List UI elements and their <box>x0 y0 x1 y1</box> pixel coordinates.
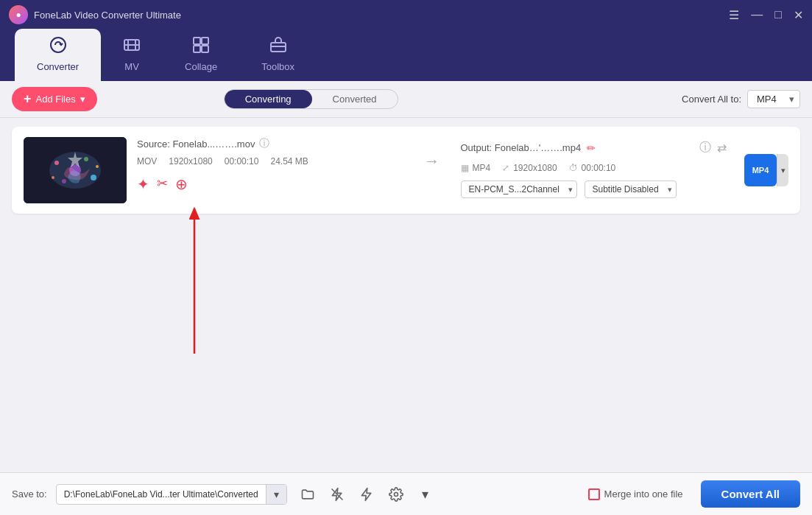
save-to-label: Save to: <box>12 488 47 500</box>
resolution-icon: ⤢ <box>502 163 509 173</box>
file-info-left: Source: Fonelab...…….mov ⓘ MOV 1920x1080… <box>137 137 403 193</box>
tab-converting[interactable]: Converting <box>225 90 312 108</box>
toolbox-icon <box>269 36 287 58</box>
svg-point-18 <box>96 165 99 168</box>
collage-icon <box>192 36 210 58</box>
arrow-right-icon: → <box>424 152 440 171</box>
svg-point-0 <box>51 38 66 52</box>
output-resolution-item: ⤢ 1920x1080 <box>502 163 557 173</box>
edit-output-icon[interactable]: ✏ <box>587 142 596 154</box>
save-path-dropdown[interactable]: ▾ <box>266 485 286 504</box>
tab-mv[interactable]: MV <box>101 29 163 81</box>
output-settings-icon[interactable]: ⇄ <box>717 141 727 155</box>
mv-icon <box>123 36 141 58</box>
svg-rect-7 <box>194 46 200 52</box>
source-info-icon[interactable]: ⓘ <box>259 137 269 150</box>
output-codec: MP4 <box>473 163 491 173</box>
minimize-button[interactable]: — <box>751 8 763 22</box>
effects-icon[interactable]: ✦ <box>137 175 149 193</box>
svg-point-24 <box>394 492 398 496</box>
merge-wrap: Merge into one file <box>588 488 683 500</box>
svg-point-14 <box>54 161 59 165</box>
convert-all-button[interactable]: Convert All <box>701 480 800 508</box>
cut-icon[interactable]: ✂ <box>157 175 168 193</box>
tab-collage-label: Collage <box>185 61 217 72</box>
output-selects: EN-PCM_S...2Channel Subtitle Disabled <box>461 181 727 198</box>
file-item: Source: Fonelab...…….mov ⓘ MOV 1920x1080… <box>12 127 800 214</box>
settings-button[interactable] <box>384 483 408 506</box>
output-meta: ▦ MP4 ⤢ 1920x1080 ⏱ 00:00:10 <box>461 163 727 173</box>
output-label: Output: Fonelab…'…….mp4 <box>461 142 582 153</box>
file-duration: 00:00:10 <box>225 156 259 167</box>
add-files-dropdown-icon[interactable]: ▾ <box>80 94 85 105</box>
file-resolution: 1920x1080 <box>169 156 212 167</box>
merge-label: Merge into one file <box>604 488 683 500</box>
flash-off-button[interactable] <box>325 483 349 506</box>
convert-arrow: → <box>414 137 451 171</box>
svg-rect-6 <box>202 38 208 44</box>
toolbar: + Add Files ▾ Converting Converted Conve… <box>0 81 812 118</box>
tab-toolbox-label: Toolbox <box>261 61 294 72</box>
open-folder-button[interactable] <box>296 483 319 506</box>
svg-rect-5 <box>194 38 200 44</box>
add-files-label: Add Files <box>36 94 76 105</box>
settings-dropdown-button[interactable]: ▾ <box>414 483 437 506</box>
color-icon[interactable]: ⊕ <box>175 175 188 193</box>
flash-on-button[interactable] <box>355 483 378 506</box>
file-size: 24.54 MB <box>270 156 308 167</box>
format-badge[interactable]: MP4 <box>744 154 777 186</box>
file-thumbnail <box>24 137 127 203</box>
format-badge-wrap: MP4 ▾ <box>744 154 788 186</box>
svg-point-16 <box>62 179 66 183</box>
file-codec: MOV <box>137 156 157 167</box>
convert-all-to-label: Convert All to: <box>682 94 741 105</box>
output-info: Output: Fonelab…'…….mp4 ✏ ⓘ ⇄ ▦ MP4 ⤢ 19… <box>461 137 727 198</box>
save-path-wrap: D:\FoneLab\FoneLab Vid...ter Ultimate\Co… <box>56 484 287 505</box>
output-duration-item: ⏱ 00:00:10 <box>569 163 616 173</box>
tab-converter-label: Converter <box>37 61 79 72</box>
output-info-icon[interactable]: ⓘ <box>699 140 711 155</box>
format-badge-label: MP4 <box>752 166 769 175</box>
output-header: Output: Fonelab…'…….mp4 ✏ ⓘ ⇄ <box>461 140 727 155</box>
output-duration: 00:00:10 <box>582 163 616 173</box>
content-area: Source: Fonelab...…….mov ⓘ MOV 1920x1080… <box>0 118 812 472</box>
maximize-button[interactable]: □ <box>774 8 782 22</box>
title-bar: ● FoneLab Video Converter Ultimate ☰ — □… <box>0 0 812 29</box>
file-source: Source: Fonelab...…….mov ⓘ <box>137 137 403 150</box>
output-resolution: 1920x1080 <box>513 163 557 173</box>
subtitle-select-wrap: Subtitle Disabled <box>585 181 677 198</box>
source-text: Source: Fonelab...…….mov <box>137 139 255 150</box>
convert-all-to-section: Convert All to: MP4 MKV AVI MOV <box>682 90 800 108</box>
merge-checkbox[interactable] <box>588 488 600 500</box>
output-codec-item: ▦ MP4 <box>461 163 491 173</box>
app-logo: ● <box>9 5 28 24</box>
menu-icon[interactable]: ☰ <box>729 8 739 22</box>
app-title: FoneLab Video Converter Ultimate <box>34 10 729 21</box>
tab-converter[interactable]: Converter <box>15 29 101 81</box>
tab-collage[interactable]: Collage <box>163 29 239 81</box>
svg-point-17 <box>84 157 88 161</box>
subtitle-select[interactable]: Subtitle Disabled <box>585 181 677 198</box>
window-controls: ☰ — □ ✕ <box>729 8 803 22</box>
format-select-wrap: MP4 MKV AVI MOV <box>747 90 800 108</box>
file-actions: ✦ ✂ ⊕ <box>137 175 403 193</box>
svg-point-15 <box>91 175 96 181</box>
svg-rect-8 <box>202 46 208 52</box>
tab-toolbox[interactable]: Toolbox <box>239 29 317 81</box>
tab-converted[interactable]: Converted <box>312 90 398 108</box>
bottom-icons: ▾ <box>296 483 437 506</box>
bottom-bar: Save to: D:\FoneLab\FoneLab Vid...ter Ul… <box>0 472 812 515</box>
file-meta: MOV 1920x1080 00:00:10 24.54 MB <box>137 156 403 167</box>
converter-icon <box>49 36 67 58</box>
format-select[interactable]: MP4 MKV AVI MOV <box>747 90 800 108</box>
converting-tabs: Converting Converted <box>224 89 398 109</box>
tab-mv-label: MV <box>124 61 139 72</box>
nav-tabs: Converter MV Collage <box>0 29 812 81</box>
clock-icon: ⏱ <box>569 163 578 173</box>
add-files-button[interactable]: + Add Files ▾ <box>12 87 97 111</box>
close-button[interactable]: ✕ <box>794 8 803 22</box>
audio-track-select[interactable]: EN-PCM_S...2Channel <box>461 181 577 198</box>
format-badge-dropdown[interactable]: ▾ <box>777 154 788 186</box>
output-codec-icon: ▦ <box>461 163 469 173</box>
output-right-icons: ⓘ ⇄ <box>699 140 727 155</box>
